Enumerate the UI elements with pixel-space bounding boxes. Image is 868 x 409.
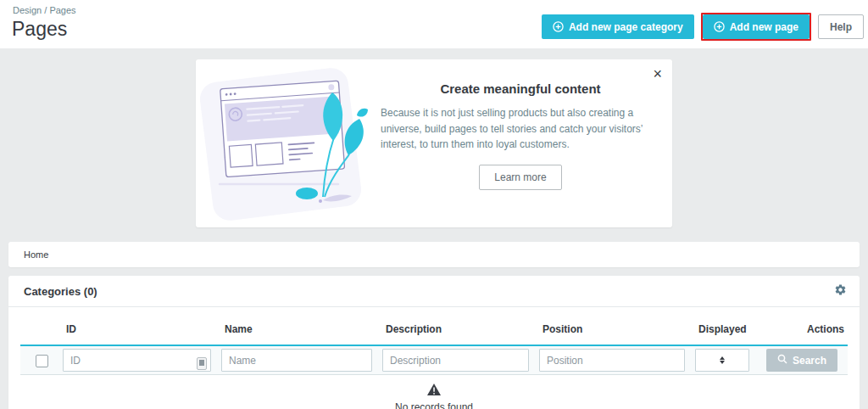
info-card: × Create meaningful content Because it i…: [196, 59, 672, 227]
categories-table: ID Name Description Position Displayed A…: [8, 307, 860, 409]
info-card-text: Because it is not just selling products …: [381, 105, 660, 153]
add-new-page-category-button[interactable]: Add new page category: [542, 14, 694, 39]
filter-row: Search: [20, 345, 848, 375]
column-header-position[interactable]: Position: [539, 317, 695, 345]
breadcrumb[interactable]: Design / Pages: [13, 5, 76, 15]
page-content: × Create meaningful content Because it i…: [0, 48, 868, 409]
categories-panel-header: Categories (0): [8, 276, 860, 307]
circle-plus-icon: [714, 21, 725, 32]
select-all-checkbox[interactable]: [36, 355, 48, 367]
position-filter-input[interactable]: [539, 349, 685, 372]
add-page-label: Add new page: [730, 21, 798, 33]
category-tree-bar: Home: [8, 242, 860, 267]
warning-icon: [426, 384, 442, 399]
empty-message: No records found: [20, 401, 848, 409]
home-breadcrumb-link[interactable]: Home: [24, 249, 48, 260]
settings-button[interactable]: [834, 283, 847, 299]
description-filter-input[interactable]: [382, 349, 529, 372]
info-card-body: Create meaningful content Because it is …: [374, 59, 672, 227]
header-actions: Add new page category Add new page Help: [542, 13, 864, 41]
name-filter-input[interactable]: [221, 349, 372, 372]
id-filter-input[interactable]: [63, 349, 211, 372]
search-button[interactable]: Search: [766, 349, 837, 372]
column-header-displayed[interactable]: Displayed: [695, 317, 760, 345]
page-header: Design / Pages Pages Add new page catego…: [0, 0, 868, 48]
circle-plus-icon: [553, 21, 564, 32]
chevron-down-icon: [720, 361, 725, 364]
header-checkbox-spacer: [20, 317, 63, 345]
number-input-icon: [197, 357, 207, 370]
close-icon[interactable]: ×: [653, 66, 662, 81]
help-button[interactable]: Help: [818, 14, 864, 39]
column-header-actions: Actions: [760, 317, 848, 345]
add-category-label: Add new page category: [569, 21, 683, 33]
gear-icon: [834, 283, 847, 299]
chevron-up-icon: [720, 356, 725, 360]
info-card-title: Create meaningful content: [381, 81, 660, 96]
table-header-row: ID Name Description Position Displayed A…: [20, 317, 848, 345]
add-new-page-button[interactable]: Add new page: [703, 14, 810, 39]
learn-more-button[interactable]: Learn more: [479, 165, 561, 190]
annotation-highlight: Add new page: [701, 13, 811, 41]
column-header-id[interactable]: ID: [63, 317, 221, 345]
column-header-description[interactable]: Description: [382, 317, 539, 345]
empty-state: No records found: [20, 375, 848, 409]
displayed-filter-select[interactable]: [695, 349, 749, 372]
categories-panel: Categories (0) ID Name Descrip: [8, 276, 860, 409]
search-icon: [777, 354, 787, 367]
categories-panel-title: Categories (0): [24, 285, 97, 298]
search-label: Search: [793, 355, 826, 367]
page-title: Pages: [12, 18, 67, 41]
column-header-name[interactable]: Name: [221, 317, 382, 345]
pages-illustration: [196, 59, 374, 227]
